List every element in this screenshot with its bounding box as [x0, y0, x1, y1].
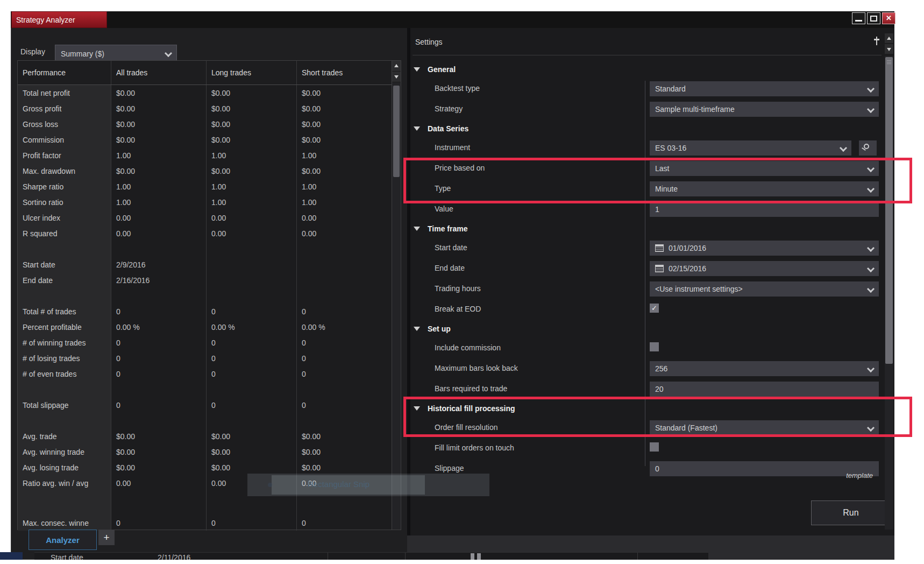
scroll-up-button[interactable]	[885, 33, 893, 43]
section-header-data-series[interactable]: Data Series	[410, 119, 884, 138]
input-value[interactable]: 1	[650, 202, 879, 217]
minimize-button[interactable]	[852, 12, 865, 24]
table-row[interactable]: Sharpe ratio1.001.001.00	[18, 179, 392, 194]
column-header-3[interactable]: Short trades	[296, 61, 392, 84]
checkbox-fill-limit-orders-on-touch[interactable]	[650, 442, 659, 452]
table-row[interactable]: Commission$0.00$0.00$0.00	[18, 132, 392, 147]
add-tab-button[interactable]: +	[98, 530, 115, 545]
table-row[interactable]: R squared0.000.000.00	[18, 225, 392, 241]
scroll-down-button[interactable]	[392, 72, 401, 82]
chevron-down-icon	[868, 86, 873, 92]
row-value	[206, 413, 296, 428]
row-value: 2/9/2016	[111, 257, 206, 272]
dropdown-instrument[interactable]: ES 03-16	[650, 140, 851, 156]
tab-analyzer[interactable]: Analyzer	[29, 530, 97, 550]
scrollbar-thumb[interactable]	[393, 86, 400, 177]
section-header-set-up[interactable]: Set up	[410, 320, 884, 338]
run-button-label: Run	[843, 508, 858, 518]
scroll-up-button[interactable]	[392, 61, 401, 72]
column-header-2[interactable]: Long trades	[206, 61, 296, 84]
table-row[interactable]: # of losing trades000	[18, 350, 392, 366]
row-value: $0.00	[296, 163, 392, 179]
input-bars-required-to-trade[interactable]: 20	[650, 382, 879, 397]
row-label: Max. consec. winne	[18, 515, 111, 531]
field-value: 1	[655, 205, 873, 214]
table-row[interactable]: Percent profitable0.00 %0.00 %0.00 %	[18, 319, 392, 335]
scroll-down-button[interactable]	[885, 44, 893, 54]
column-header-0[interactable]: Performance	[18, 61, 111, 84]
column-header-1[interactable]: All trades	[111, 61, 206, 84]
row-value: 1.00	[206, 179, 296, 194]
setting-label: Backtest type	[435, 84, 480, 93]
section-header-historical-fill-processing[interactable]: Historical fill processing	[410, 399, 884, 418]
template-link[interactable]: template	[846, 471, 873, 480]
dropdown-order-fill-resolution[interactable]: Standard (Fastest)	[650, 420, 879, 435]
row-label: # of winning trades	[18, 335, 111, 350]
table-row[interactable]: Avg. winning trade$0.00$0.00$0.00	[18, 444, 392, 460]
table-row[interactable]: End date2/16/2016	[18, 272, 392, 288]
section-header-general[interactable]: General	[410, 60, 884, 79]
row-value: 0	[111, 515, 206, 531]
setting-label: Start date	[435, 243, 467, 252]
field-value: Last	[655, 164, 868, 173]
row-value: 0	[296, 350, 392, 366]
dropdown-type[interactable]: Minute	[650, 181, 879, 196]
splitter-handle[interactable]	[471, 553, 474, 560]
settings-scrollbar[interactable]	[885, 33, 893, 531]
row-value: 0.00	[111, 225, 206, 241]
window-title-tab[interactable]: Strategy Analyzer	[11, 11, 107, 28]
scrollbar-track[interactable]	[885, 56, 893, 530]
dropdown-start-date[interactable]: 01/01/2016	[650, 241, 879, 256]
table-row[interactable]: Total slippage000	[18, 397, 392, 413]
tab-analyzer-label: Analyzer	[46, 535, 80, 545]
scrollbar-thumb[interactable]	[885, 57, 893, 364]
table-row[interactable]: Max. drawdown$0.00$0.00$0.00	[18, 163, 392, 179]
dropdown-maximum-bars-look-back[interactable]: 256	[650, 361, 879, 376]
row-value: $0.00	[296, 116, 392, 132]
table-row[interactable]: Avg. losing trade$0.00$0.00$0.00	[18, 460, 392, 475]
separator	[413, 55, 882, 55]
table-row[interactable]: Gross profit$0.00$0.00$0.00	[18, 101, 392, 116]
table-row[interactable]: Total net profit$0.00$0.00$0.00	[18, 85, 392, 101]
setting-label: Strategy	[435, 104, 463, 113]
close-button[interactable]: ✕	[882, 12, 895, 24]
row-value: 0	[206, 304, 296, 319]
section-header-time-frame[interactable]: Time frame	[410, 220, 884, 238]
search-button[interactable]	[859, 140, 877, 156]
dropdown-trading-hours[interactable]: <Use instrument settings>	[650, 281, 879, 297]
table-row[interactable]: Sortino ratio1.001.001.00	[18, 194, 392, 210]
table-row[interactable]: Profit factor1.001.001.00	[18, 147, 392, 163]
splitter-handle[interactable]	[477, 553, 481, 560]
run-button[interactable]: Run	[811, 500, 891, 525]
field-value: ES 03-16	[655, 144, 840, 152]
checkbox-include-commission[interactable]	[650, 342, 659, 351]
row-value	[111, 413, 206, 428]
dropdown-price-based-on[interactable]: Last	[650, 161, 879, 176]
row-value: $0.00	[111, 163, 206, 179]
row-value: $0.00	[206, 460, 296, 475]
row-label: Sharpe ratio	[18, 179, 111, 194]
row-value: $0.00	[111, 85, 206, 101]
checkbox-break-at-eod[interactable]: ✓	[650, 304, 659, 313]
field-value: Standard	[655, 84, 868, 93]
dropdown-strategy[interactable]: Sample multi-timeframe	[650, 102, 879, 117]
table-row[interactable]: Avg. trade$0.00$0.00$0.00	[18, 428, 392, 444]
table-row[interactable]: Start date2/9/2016	[18, 257, 392, 272]
table-row[interactable]: Max. consec. winne000	[18, 515, 392, 531]
row-label: Start date	[18, 257, 111, 272]
table-row[interactable]: Ulcer index0.000.000.00	[18, 210, 392, 225]
grip-icon	[887, 60, 891, 65]
chevron-down-icon	[165, 51, 171, 57]
table-row[interactable]: # of even trades000	[18, 366, 392, 382]
table-row[interactable]: Gross loss$0.00$0.00$0.00	[18, 116, 392, 132]
dropdown-end-date[interactable]: 02/15/2016	[650, 261, 879, 276]
performance-table-scrollbar[interactable]	[392, 60, 401, 530]
table-row[interactable]: # of winning trades000	[18, 335, 392, 350]
dropdown-backtest-type[interactable]: Standard	[650, 81, 879, 96]
pin-icon[interactable]	[873, 37, 880, 47]
table-row[interactable]: Total # of trades000	[18, 304, 392, 319]
maximize-button[interactable]	[867, 12, 880, 24]
row-value	[111, 382, 206, 397]
titlebar[interactable]	[11, 11, 894, 28]
input-slippage[interactable]: 0	[650, 461, 879, 476]
